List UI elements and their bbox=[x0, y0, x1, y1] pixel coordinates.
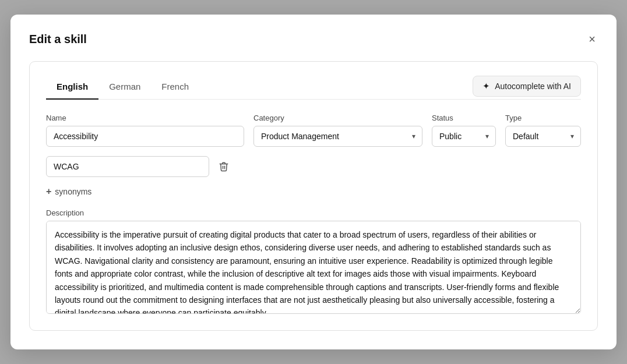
plus-icon: + bbox=[46, 186, 51, 197]
autocomplete-button[interactable]: ✦ Autocomplete with AI bbox=[473, 76, 581, 97]
tab-english[interactable]: English bbox=[46, 76, 98, 100]
description-label: Description bbox=[46, 208, 581, 217]
type-select-wrapper: Default Custom ▾ bbox=[505, 126, 581, 147]
ai-icon: ✦ bbox=[482, 81, 490, 91]
language-tabs: English German French ✦ Autocomplete wit… bbox=[46, 76, 581, 100]
type-field-group: Type Default Custom ▾ bbox=[505, 114, 581, 147]
add-synonyms-label: synonyms bbox=[55, 187, 91, 196]
synonym-input[interactable] bbox=[46, 156, 209, 177]
modal-overlay: Edit a skill × English German French ✦ A… bbox=[0, 0, 627, 364]
name-label: Name bbox=[46, 114, 244, 122]
description-section: Description bbox=[46, 208, 581, 314]
status-field-group: Status Public Private Draft ▾ bbox=[432, 114, 496, 147]
tabs-list: English German French bbox=[46, 76, 199, 99]
add-synonyms-button[interactable]: + synonyms bbox=[46, 184, 91, 199]
status-select[interactable]: Public Private Draft bbox=[432, 126, 496, 147]
name-input[interactable] bbox=[46, 126, 244, 147]
trash-icon bbox=[219, 161, 229, 172]
autocomplete-label: Autocomplete with AI bbox=[495, 82, 571, 91]
close-button[interactable]: × bbox=[586, 31, 598, 47]
category-select-wrapper: Product Management Engineering Design Ma… bbox=[253, 126, 422, 147]
category-label: Category bbox=[253, 114, 422, 122]
form-row-main: Name Category Product Management Enginee… bbox=[46, 114, 581, 147]
delete-synonym-button[interactable] bbox=[215, 159, 233, 174]
edit-skill-modal: Edit a skill × English German French ✦ A… bbox=[10, 15, 617, 349]
description-textarea[interactable] bbox=[46, 221, 581, 314]
status-select-wrapper: Public Private Draft ▾ bbox=[432, 126, 496, 147]
status-label: Status bbox=[432, 114, 496, 122]
tab-french[interactable]: French bbox=[151, 76, 199, 100]
type-label: Type bbox=[505, 114, 581, 122]
name-field-group: Name bbox=[46, 114, 244, 147]
modal-title: Edit a skill bbox=[29, 33, 87, 46]
synonym-row bbox=[46, 156, 581, 177]
modal-header: Edit a skill × bbox=[29, 31, 598, 47]
tab-german[interactable]: German bbox=[98, 76, 151, 100]
type-select[interactable]: Default Custom bbox=[505, 126, 581, 147]
category-field-group: Category Product Management Engineering … bbox=[253, 114, 422, 147]
category-select[interactable]: Product Management Engineering Design Ma… bbox=[253, 126, 422, 147]
form-card: English German French ✦ Autocomplete wit… bbox=[29, 61, 598, 331]
